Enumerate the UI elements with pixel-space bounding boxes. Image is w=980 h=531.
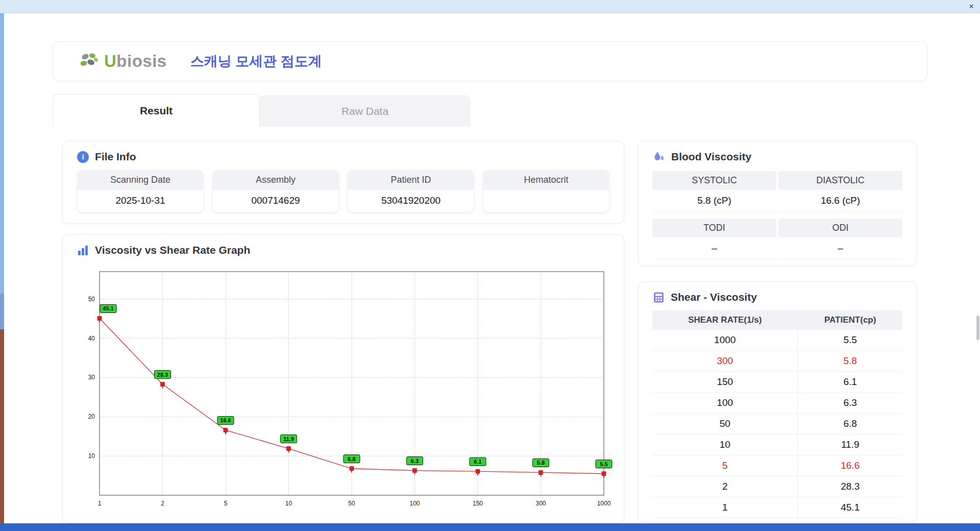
blood-viscosity-grid: SYSTOLIC DIASTOLIC 5.8 (cP) 16.6 (cP) TO… — [639, 169, 916, 259]
patient-viscosity-cell: 16.6 — [798, 455, 902, 476]
patient-viscosity-cell: 6.3 — [798, 393, 902, 414]
chart-wrapper: 10203040501251050100150300100045.128.316… — [63, 262, 624, 512]
tab-result[interactable]: Result — [53, 94, 260, 127]
svg-text:30: 30 — [88, 374, 95, 381]
blood-viscosity-card: Blood Viscosity SYSTOLIC DIASTOLIC 5.8 (… — [638, 141, 917, 266]
column-header-patient: PATIENT(cp) — [798, 310, 902, 330]
patient-viscosity-cell: 6.1 — [798, 372, 902, 393]
todi-label: TODI — [652, 219, 776, 237]
svg-text:5.5: 5.5 — [600, 461, 607, 467]
shear-rate-cell: 1 — [652, 497, 798, 518]
diastolic-value: 16.6 (cP) — [778, 190, 902, 212]
viscosity-chart: 10203040501251050100150300100045.128.316… — [77, 266, 618, 510]
shear-viscosity-title: Shear - Viscosity — [671, 291, 757, 303]
tab-raw-data[interactable]: Raw Data — [260, 95, 470, 127]
table-row: 506.8 — [652, 414, 902, 435]
window-bottom-bar — [0, 523, 980, 531]
shear-rate-cell: 2 — [652, 476, 798, 497]
svg-text:2: 2 — [161, 500, 164, 507]
field-label: Hematocrit — [483, 170, 609, 190]
field-label: Scanning Date — [78, 170, 203, 190]
svg-text:5: 5 — [224, 500, 228, 507]
shear-rate-cell: 1000 — [652, 330, 798, 351]
field-scanning-date: Scanning Date 2025-10-31 — [78, 170, 203, 212]
table-row: 1506.1 — [652, 372, 902, 393]
svg-text:6.1: 6.1 — [474, 458, 481, 465]
shear-rate-cell: 300 — [652, 351, 798, 372]
odi-label: ODI — [778, 219, 902, 237]
calculator-icon — [653, 292, 665, 303]
svg-text:100: 100 — [409, 500, 420, 507]
blood-viscosity-title: Blood Viscosity — [671, 151, 751, 163]
file-info-fields: Scanning Date 2025-10-31 Assembly 000714… — [63, 169, 624, 212]
page-title: 스캐닝 모세관 점도계 — [190, 52, 322, 70]
table-row: 10005.5 — [652, 330, 902, 351]
patient-viscosity-cell: 6.8 — [798, 414, 902, 435]
main-area: Ubiosis 스캐닝 모세관 점도계 Result Raw Data i Fi… — [4, 13, 980, 523]
svg-text:40: 40 — [88, 335, 95, 342]
graph-title-row: Viscosity vs Shear Rate Graph — [63, 235, 624, 262]
shear-rate-cell: 50 — [652, 414, 798, 435]
svg-text:11.9: 11.9 — [283, 436, 294, 442]
shear-viscosity-card: Shear - Viscosity SHEAR RATE(1/s) PATIEN… — [638, 281, 917, 522]
shear-viscosity-table: SHEAR RATE(1/s) PATIENT(cp) 10005.53005.… — [652, 310, 902, 518]
blood-viscosity-title-row: Blood Viscosity — [639, 141, 916, 169]
systolic-label: SYSTOLIC — [652, 171, 776, 190]
todi-value: – — [652, 237, 776, 259]
shear-table-wrap: SHEAR RATE(1/s) PATIENT(cp) 10005.53005.… — [639, 309, 916, 518]
svg-text:28.3: 28.3 — [157, 372, 168, 378]
ubiosis-leaf-icon — [79, 52, 100, 70]
water-drops-icon — [653, 151, 665, 163]
app-window: { "window": { "close_icon": "×" }, "head… — [0, 0, 980, 531]
viscosity-graph-card: Viscosity vs Shear Rate Graph 1020304050… — [62, 234, 624, 523]
table-row: 228.3 — [652, 476, 902, 497]
svg-text:10: 10 — [88, 452, 95, 460]
shear-rate-cell: 5 — [652, 455, 798, 476]
brand-logo: Ubiosis — [79, 52, 167, 71]
grid-gap — [652, 212, 902, 219]
brand-name: Ubiosis — [104, 52, 167, 71]
patient-viscosity-cell: 11.9 — [798, 435, 902, 455]
svg-text:150: 150 — [473, 500, 483, 507]
field-value: 000714629 — [213, 190, 338, 212]
app-header: Ubiosis 스캐닝 모세관 점도계 — [53, 41, 927, 81]
svg-text:20: 20 — [88, 413, 95, 420]
field-assembly: Assembly 000714629 — [213, 170, 338, 212]
systolic-value: 5.8 (cP) — [652, 190, 776, 212]
svg-text:45.1: 45.1 — [103, 305, 113, 311]
column-header-shear-rate: SHEAR RATE(1/s) — [652, 310, 798, 330]
field-value: 2025-10-31 — [78, 190, 203, 212]
shear-viscosity-title-row: Shear - Viscosity — [639, 282, 916, 309]
odi-value: – — [778, 237, 902, 259]
info-icon: i — [77, 151, 89, 163]
field-hematocrit: Hematocrit — [483, 170, 609, 212]
svg-text:6.8: 6.8 — [348, 456, 355, 462]
close-icon[interactable]: × — [969, 2, 974, 12]
file-info-title-row: i File Info — [63, 141, 624, 169]
svg-text:10: 10 — [285, 500, 292, 507]
shear-rate-cell: 100 — [652, 393, 798, 414]
svg-text:16.6: 16.6 — [220, 417, 231, 423]
field-patient-id: Patient ID 53041920200 — [348, 170, 474, 212]
diastolic-label: DIASTOLIC — [778, 171, 902, 190]
field-label: Patient ID — [348, 170, 474, 190]
table-row: 1006.3 — [652, 393, 902, 414]
table-row: 145.1 — [652, 497, 902, 518]
patient-viscosity-cell: 5.5 — [798, 330, 902, 351]
patient-viscosity-cell: 45.1 — [798, 497, 902, 518]
field-value — [483, 190, 609, 212]
patient-viscosity-cell: 28.3 — [798, 476, 902, 497]
file-info-title: File Info — [95, 151, 136, 163]
scrollbar-thumb[interactable] — [976, 316, 979, 340]
patient-viscosity-cell: 5.8 — [798, 351, 902, 372]
window-left-edge — [0, 13, 4, 523]
file-info-card: i File Info Scanning Date 2025-10-31 Ass… — [62, 141, 624, 224]
shear-rate-cell: 10 — [652, 435, 798, 455]
svg-text:5.8: 5.8 — [537, 460, 545, 466]
svg-text:50: 50 — [88, 296, 95, 303]
table-row: 516.6 — [652, 455, 902, 476]
table-row: 3005.8 — [652, 351, 902, 372]
window-titlebar: × — [0, 0, 980, 13]
table-row: 1011.9 — [652, 435, 902, 455]
shear-table-body: 10005.53005.81506.11006.3506.81011.9516.… — [652, 330, 902, 518]
